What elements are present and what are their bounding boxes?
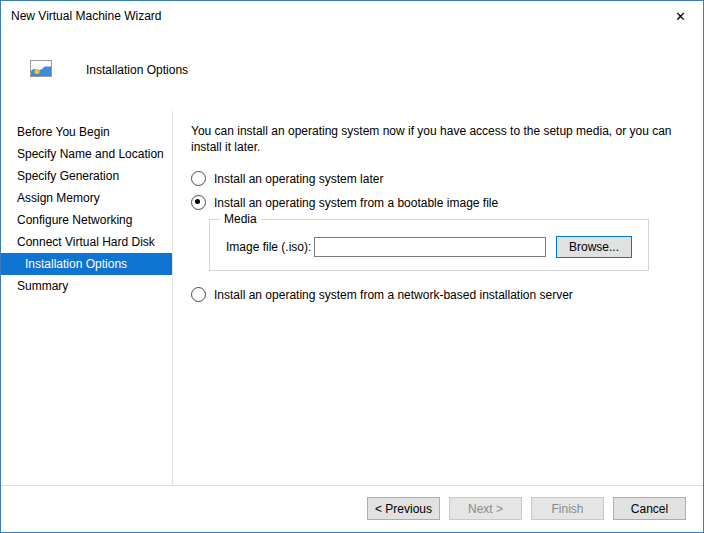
media-groupbox-title: Media [220, 212, 261, 226]
wizard-page-icon [29, 59, 53, 79]
wizard-content: You can install an operating system now … [191, 111, 693, 485]
option-install-from-image-label[interactable]: Install an operating system from a boota… [214, 196, 498, 210]
sidebar-item-assign-memory[interactable]: Assign Memory [1, 187, 172, 209]
sidebar-item-summary[interactable]: Summary [1, 275, 172, 297]
wizard-header: Installation Options [1, 31, 703, 111]
option-install-from-network[interactable]: Install an operating system from a netwo… [191, 287, 693, 302]
radio-install-from-image[interactable] [191, 195, 206, 210]
finish-button[interactable]: Finish [531, 497, 604, 520]
intro-text: You can install an operating system now … [191, 123, 691, 155]
sidebar-item-specify-name-and-location[interactable]: Specify Name and Location [1, 143, 172, 165]
title-bar: New Virtual Machine Wizard ✕ [1, 1, 703, 31]
image-file-input[interactable] [314, 237, 546, 257]
browse-button[interactable]: Browse... [556, 236, 632, 258]
option-install-from-network-label[interactable]: Install an operating system from a netwo… [214, 288, 573, 302]
sidebar-item-specify-generation[interactable]: Specify Generation [1, 165, 172, 187]
close-icon[interactable]: ✕ [658, 1, 703, 31]
footer-button-bar: < Previous Next > Finish Cancel [1, 486, 703, 532]
option-install-later-label[interactable]: Install an operating system later [214, 172, 383, 186]
new-vm-wizard-window: New Virtual Machine Wizard ✕ Installatio… [0, 0, 704, 533]
media-row: Image file (.iso): Browse... [226, 236, 636, 258]
option-install-from-image[interactable]: Install an operating system from a boota… [191, 195, 693, 210]
window-title: New Virtual Machine Wizard [1, 9, 162, 23]
previous-button[interactable]: < Previous [367, 497, 440, 520]
sidebar-item-connect-virtual-hard-disk[interactable]: Connect Virtual Hard Disk [1, 231, 172, 253]
next-button[interactable]: Next > [449, 497, 522, 520]
radio-install-from-network[interactable] [191, 287, 206, 302]
image-file-label: Image file (.iso): [226, 240, 314, 254]
option-install-later[interactable]: Install an operating system later [191, 171, 693, 186]
cancel-button[interactable]: Cancel [613, 497, 686, 520]
radio-install-later[interactable] [191, 171, 206, 186]
sidebar-item-installation-options[interactable]: Installation Options [1, 253, 172, 275]
sidebar-item-before-you-begin[interactable]: Before You Begin [1, 121, 172, 143]
page-title: Installation Options [86, 63, 188, 77]
media-groupbox: Media Image file (.iso): Browse... [209, 219, 649, 271]
wizard-steps-sidebar: Before You Begin Specify Name and Locati… [1, 111, 173, 485]
sidebar-item-configure-networking[interactable]: Configure Networking [1, 209, 172, 231]
